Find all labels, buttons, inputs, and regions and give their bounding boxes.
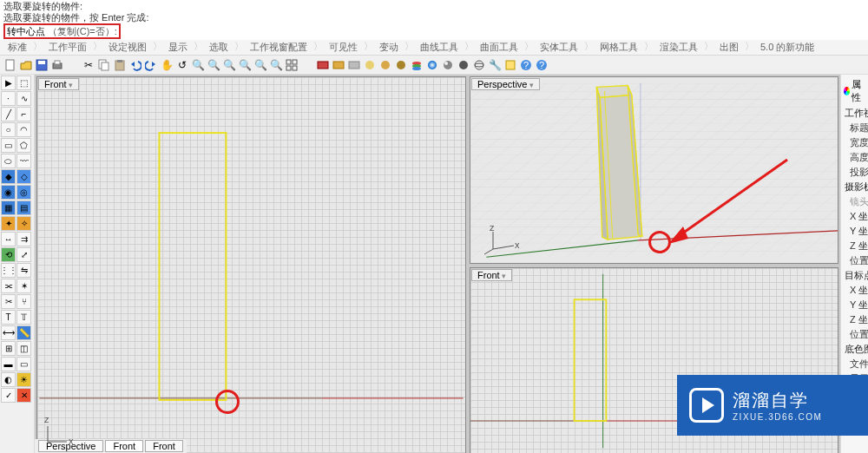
viewport-perspective[interactable]: Perspective	[470, 76, 838, 264]
menu-setview[interactable]: 设定视图	[102, 38, 153, 55]
viewport-label-front[interactable]: Front	[38, 78, 79, 90]
st-c2[interactable]: ✕	[16, 388, 31, 403]
st-polyline[interactable]: ⌐	[16, 107, 31, 121]
st-ellipse[interactable]: ⬭	[1, 154, 16, 168]
options-icon[interactable]	[503, 58, 517, 72]
tool-wrench-icon[interactable]: 🔧	[488, 58, 502, 72]
st-rect[interactable]: ▭	[1, 138, 16, 153]
p-campos[interactable]: 位置	[841, 253, 868, 268]
st-freeform[interactable]: 〰	[16, 154, 31, 168]
save-icon[interactable]	[35, 58, 49, 72]
menu-cplane[interactable]: 工作平面	[43, 38, 93, 55]
st-s1[interactable]: ◐	[1, 372, 16, 387]
viewport-label-persp[interactable]: Perspective	[471, 78, 540, 90]
menu-solid[interactable]: 实体工具	[534, 38, 584, 55]
st-line[interactable]: ╱	[1, 107, 16, 121]
menu-transform[interactable]: 变动	[373, 38, 404, 55]
st-explode[interactable]: ✶	[16, 279, 31, 293]
st-mesh[interactable]: ▦	[1, 200, 16, 215]
st-curve[interactable]: ∿	[16, 91, 31, 106]
st-t1[interactable]: T	[1, 310, 16, 325]
menu-mesh[interactable]: 网格工具	[594, 38, 644, 55]
sphere-color-icon[interactable]	[425, 58, 439, 72]
p-camz[interactable]: Z 坐	[841, 239, 868, 253]
help-icon[interactable]: ?	[519, 58, 533, 72]
p-tgtpos[interactable]: 位置	[841, 327, 868, 342]
sphere-wire-icon[interactable]	[472, 58, 486, 72]
menu-visibility[interactable]: 可见性	[323, 38, 364, 55]
st-b1[interactable]: ▬	[1, 357, 16, 371]
sphere-shade-icon[interactable]	[457, 58, 470, 72]
cut-icon[interactable]: ✂	[82, 58, 95, 72]
4view-icon[interactable]	[285, 58, 299, 72]
st-circle[interactable]: ○	[1, 122, 16, 137]
zoom-11-icon[interactable]: 🔍	[269, 58, 283, 72]
st-solid[interactable]: ◉	[1, 185, 16, 200]
sphere-chrome-icon[interactable]	[441, 58, 455, 72]
st-poly[interactable]: ⬠	[16, 138, 31, 153]
viewport-front[interactable]: Front zx	[36, 76, 466, 453]
st-split[interactable]: ⑂	[16, 294, 31, 309]
p-lens[interactable]: 镜头	[841, 194, 868, 209]
open-icon[interactable]	[19, 58, 33, 72]
st-s2[interactable]: ☀	[16, 372, 31, 387]
zoom-selected-icon[interactable]: 🔍	[238, 58, 252, 72]
st-dim2[interactable]: 📏	[16, 325, 31, 340]
p-height[interactable]: 高度	[841, 150, 868, 165]
zoom-extents-icon[interactable]: 🔍	[222, 58, 236, 72]
p-camy[interactable]: Y 坐	[841, 224, 868, 239]
st-lasso[interactable]: ⬚	[16, 76, 31, 90]
st-xform1[interactable]: ✦	[1, 216, 16, 231]
p-file[interactable]: 文件	[841, 357, 868, 371]
st-copy2[interactable]: ⇉	[16, 232, 31, 246]
layers-icon[interactable]	[410, 58, 424, 72]
help2-icon[interactable]: ?	[535, 58, 549, 72]
undo-icon[interactable]	[128, 58, 142, 72]
zoom-window-icon[interactable]: 🔍	[207, 58, 220, 72]
pan-icon[interactable]: ✋	[160, 58, 174, 72]
st-point[interactable]: ·	[1, 91, 16, 106]
render3-icon[interactable]	[347, 58, 361, 72]
st-solid2[interactable]: ◎	[16, 185, 31, 200]
menu-standard[interactable]: 标准	[2, 38, 33, 55]
st-array[interactable]: ⋮⋮	[1, 263, 16, 278]
p-tgty[interactable]: Y 坐	[841, 298, 868, 312]
viewport-label-front2[interactable]: Front	[471, 269, 512, 281]
menu-surface[interactable]: 曲面工具	[474, 38, 524, 55]
st-surface2[interactable]: ◇	[16, 169, 31, 184]
shade-ghost-icon[interactable]	[378, 58, 392, 72]
st-mirror[interactable]: ⇋	[16, 263, 31, 278]
render-icon[interactable]	[316, 58, 330, 72]
st-trim[interactable]: ✂	[1, 294, 16, 309]
menu-whatsnew[interactable]: 5.0 的新功能	[754, 38, 820, 55]
st-move[interactable]: ↔	[1, 232, 16, 246]
shade-toggle-icon[interactable]	[394, 58, 408, 72]
p-tgtz[interactable]: Z 坐	[841, 312, 868, 327]
render2-icon[interactable]	[332, 58, 345, 72]
st-join[interactable]: ⫘	[1, 279, 16, 293]
st-b2[interactable]: ▭	[16, 357, 31, 371]
st-grid[interactable]: ⊞	[1, 341, 16, 356]
menu-select[interactable]: 选取	[203, 38, 234, 55]
paste-icon[interactable]	[113, 58, 127, 72]
st-arrow[interactable]: ▶	[1, 76, 16, 90]
shade-flat-icon[interactable]	[363, 58, 377, 72]
st-mesh2[interactable]: ▤	[16, 200, 31, 215]
new-icon[interactable]	[3, 58, 17, 72]
st-rotate[interactable]: ⟲	[1, 247, 16, 262]
rotview-icon[interactable]: ↺	[175, 58, 189, 72]
p-title[interactable]: 标题	[841, 121, 868, 135]
redo-icon[interactable]	[144, 58, 158, 72]
p-width[interactable]: 宽度	[841, 135, 868, 150]
copy-icon[interactable]	[97, 58, 111, 72]
p-camx[interactable]: X 坐	[841, 209, 868, 224]
st-surface[interactable]: ◆	[1, 169, 16, 184]
st-c1[interactable]: ✓	[1, 388, 16, 403]
p-tgtx[interactable]: X 坐	[841, 283, 868, 298]
zoom-out-icon[interactable]: 🔍	[253, 58, 267, 72]
print-icon[interactable]	[50, 58, 64, 72]
st-arc[interactable]: ◠	[16, 122, 31, 137]
p-proj[interactable]: 投影	[841, 165, 868, 180]
st-xform2[interactable]: ✧	[16, 216, 31, 231]
st-snap[interactable]: ◫	[16, 341, 31, 356]
